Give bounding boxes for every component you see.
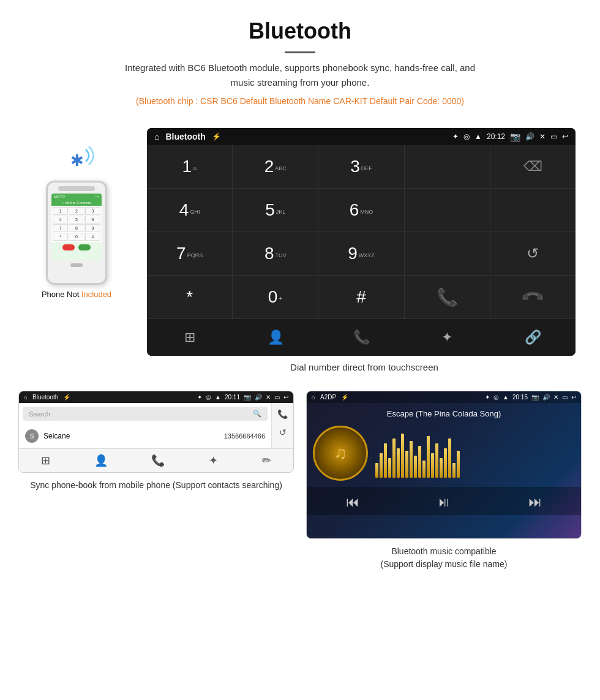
dial-grid: 1∞ 2ABC 3DEF ⌫ 4GHI 5JKL [147,145,576,318]
key-star[interactable]: * [147,276,232,318]
pb-right-icons: 📞 ↺ [271,403,293,448]
play-pause-button[interactable]: ⏯ [437,494,451,510]
add-contacts-bar: + Add to Contacts [51,200,102,206]
window-icon[interactable]: ▭ [550,132,557,141]
pb-time: 20:11 [225,394,240,401]
key-4[interactable]: 4GHI [147,189,232,231]
phonebook-block: ⌂ Bluetooth ⚡ ✦ ◎ ▲ 20:11 📷 🔊 ✕ ▭ ↩ [18,391,294,571]
pb-back-icon: ↩ [283,394,288,401]
prev-track-button[interactable]: ⏮ [346,494,359,510]
music-statusbar: ⌂ A2DP ⚡ ✦ ◎ ▲ 20:15 📷 🔊 ✕ ▭ ↩ [307,391,581,403]
key-9[interactable]: 9WXYZ [318,232,403,275]
pb-edit-icon[interactable]: ✏ [262,454,271,467]
dial-statusbar: ⌂ Bluetooth ⚡ ✦ ◎ ▲ 20:12 📷 🔊 ✕ ▭ ↩ [147,128,576,145]
signal-icon: ▲ [474,132,482,141]
key-empty-1 [405,145,490,188]
music-title: A2DP [320,394,336,401]
key-3[interactable]: 3DEF [318,145,403,188]
pb-statusbar: ⌂ Bluetooth ⚡ ✦ ◎ ▲ 20:11 📷 🔊 ✕ ▭ ↩ [19,391,293,403]
music-home-icon: ⌂ [312,394,315,401]
pb-signal-icon: ▲ [215,394,221,401]
pb-home-icon: ⌂ [24,394,28,401]
dial-bottom-bar: ⊞ 👤 📞 ✦ 🔗 [147,318,576,356]
call-button[interactable]: 📞 [405,276,490,318]
music-camera-icon: 📷 [531,394,539,401]
key-5[interactable]: 5JKL [233,189,318,231]
music-location-icon: ◎ [493,394,499,401]
end-call-button[interactable]: 📞 [490,276,576,318]
pb-bt-icon: ✦ [197,394,202,401]
pb-usb-icon: ⚡ [63,394,70,401]
key-6[interactable]: 6MNO [318,189,403,231]
music-bt-icon: ✦ [485,394,490,401]
music-block: ⌂ A2DP ⚡ ✦ ◎ ▲ 20:15 📷 🔊 ✕ ▭ ↩ [306,391,582,571]
back-icon[interactable]: ↩ [562,132,568,141]
home-icon[interactable]: ⌂ [154,132,159,141]
music-vol-icon: 🔊 [542,394,550,401]
key-2[interactable]: 2ABC [233,145,318,188]
pb-close-icon: ✕ [266,394,271,401]
music-frame: ⌂ A2DP ⚡ ✦ ◎ ▲ 20:15 📷 🔊 ✕ ▭ ↩ [307,391,581,538]
music-content: Escape (The Pina Colada Song) ♫ [307,403,581,487]
phonebook-caption: Sync phone-book from mobile phone (Suppo… [30,479,282,492]
phone-section: ✱ MOTO ••• + Add to Contacts 123 456 789… [18,128,135,299]
pb-grid-icon[interactable]: ⊞ [41,454,50,467]
music-window-icon: ▭ [562,394,568,401]
music-caption: Bluetooth music compatible(Support displ… [381,545,508,571]
phone-end-btn [62,244,75,250]
header-divider [285,51,315,53]
key-1[interactable]: 1∞ [147,145,232,188]
music-album-art: ♫ [313,426,368,481]
music-back-icon: ↩ [571,394,576,401]
usb-icon: ⚡ [212,132,221,141]
music-signal-icon: ▲ [503,394,509,401]
dial-screen: ⌂ Bluetooth ⚡ ✦ ◎ ▲ 20:12 📷 🔊 ✕ ▭ ↩ [147,128,576,356]
music-time: 20:15 [512,394,528,401]
pb-avatar: S [25,429,39,443]
contact-name: Seicane [43,432,224,440]
pb-phone-icon[interactable]: 📞 [151,454,165,467]
settings-button[interactable]: 🔗 [490,319,576,356]
contacts-button[interactable]: 👤 [233,319,318,356]
music-screenshot: ⌂ A2DP ⚡ ✦ ◎ ▲ 20:15 📷 🔊 ✕ ▭ ↩ [306,391,582,539]
pb-bt-bottom-icon[interactable]: ✦ [209,454,218,467]
key-0[interactable]: 0+ [233,276,318,318]
dial-section: ⌂ Bluetooth ⚡ ✦ ◎ ▲ 20:12 📷 🔊 ✕ ▭ ↩ [147,128,582,385]
key-empty-3 [490,189,576,231]
key-8[interactable]: 8TUV [233,232,318,275]
page-description: Integrated with BC6 Bluetooth module, su… [116,61,484,90]
pb-search-bar[interactable]: Search 🔍 [23,407,268,421]
phone-screen-header: MOTO ••• [51,194,102,200]
next-track-button[interactable]: ⏭ [528,494,542,510]
music-visualizer [375,429,575,478]
key-empty-2 [405,189,490,231]
backspace-button[interactable]: ⌫ [490,145,576,188]
phone-button[interactable]: 📞 [318,319,404,356]
volume-icon[interactable]: 🔊 [525,132,534,141]
pb-contact-row[interactable]: S Seicane 13566664466 [19,424,271,448]
pb-camera-icon: 📷 [244,394,251,401]
phone-home-btn [70,263,83,267]
redial-button[interactable]: ↺ [490,232,576,275]
camera-icon[interactable]: 📷 [510,132,520,141]
key-7[interactable]: 7PQRS [147,232,232,275]
grid-menu-button[interactable]: ⊞ [147,319,233,356]
music-song-title: Escape (The Pina Colada Song) [387,409,501,418]
pb-main: Search 🔍 S Seicane 13566664466 📞 [19,403,293,448]
close-icon[interactable]: ✕ [539,132,546,141]
pb-call-icon[interactable]: 📞 [276,405,290,423]
music-controls: ⏮ ⏯ ⏭ [307,487,581,515]
bluetooth-icon: ✦ [452,132,459,141]
key-hash[interactable]: # [318,276,403,318]
phone-keypad: 123 456 789 *0# [51,206,102,242]
bluetooth-menu-button[interactable]: ✦ [404,319,490,356]
phone-notch [58,186,95,191]
phone-bottom-buttons [51,244,102,250]
music-artwork-area: ♫ [313,426,575,481]
pb-reload-icon[interactable]: ↺ [276,424,290,441]
pb-search-placeholder: Search [29,410,50,418]
pb-location-icon: ◎ [206,394,211,401]
pb-user-icon[interactable]: 👤 [94,454,108,467]
search-icon[interactable]: 🔍 [253,410,261,418]
pb-vol-icon: 🔊 [255,394,262,401]
